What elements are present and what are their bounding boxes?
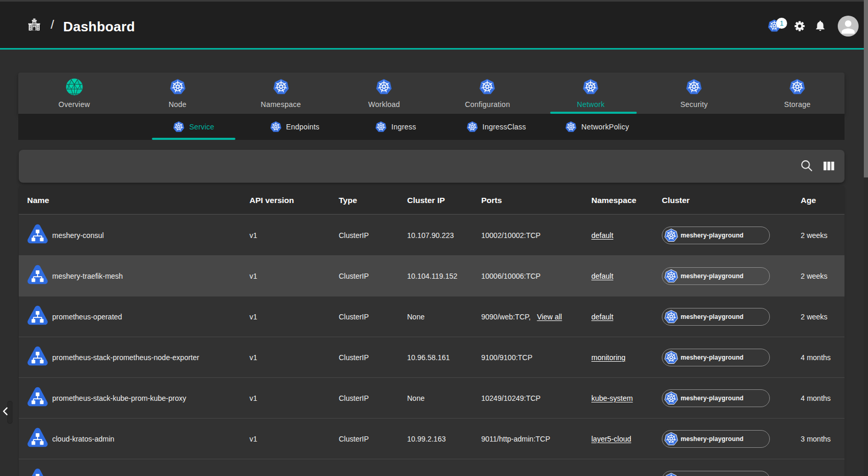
user-avatar[interactable]: [838, 16, 859, 37]
table-row[interactable]: prometheus-stack-kube-prom-kube-proxyv1C…: [19, 378, 845, 419]
search-button[interactable]: [800, 159, 814, 173]
tab-storage[interactable]: Storage: [746, 73, 849, 114]
cell-age: 2 weeks: [801, 256, 827, 296]
namespace-link[interactable]: layer5-cloud: [591, 435, 631, 443]
kubernetes-icon: [789, 79, 805, 95]
subtab-label: Ingress: [391, 123, 416, 131]
cluster-chip[interactable]: meshery-playground: [662, 430, 770, 448]
service-icon: [27, 468, 49, 476]
cell-age: 3 months: [801, 419, 831, 459]
table-row[interactable]: meshery-consulv1ClusterIP10.107.90.22310…: [19, 215, 845, 256]
tab-label: Overview: [58, 100, 90, 109]
cell-type: ClusterIP: [339, 215, 369, 256]
cluster-chip[interactable]: meshery-playground: [662, 267, 770, 285]
service-icon: [27, 468, 49, 476]
cluster-chip-label: meshery-playground: [681, 232, 744, 239]
page-scrollbar-thumb[interactable]: [864, 0, 868, 177]
cell-name: meshery-traefik-mesh: [52, 256, 123, 296]
cell-cluster-ip: 10.107.90.223: [407, 215, 454, 256]
column-header-cluster[interactable]: Cluster: [662, 186, 689, 215]
column-header-api-version[interactable]: API version: [249, 186, 294, 215]
cell-cluster-ip: None: [407, 378, 424, 419]
tab-network[interactable]: Network: [539, 73, 643, 114]
service-icon: [27, 265, 49, 285]
cell-name: cloud-kratos-admin: [52, 419, 114, 459]
tab-workload[interactable]: Workload: [332, 73, 436, 114]
kubernetes-icon: [376, 79, 392, 95]
table-row[interactable]: meshery-traefik-meshv1ClusterIP10.104.11…: [19, 256, 845, 296]
cell-ports: 10002/10002:TCP: [481, 215, 541, 256]
service-icon: [27, 427, 49, 449]
subtab-ingress[interactable]: Ingress: [375, 114, 416, 140]
column-header-cluster-ip[interactable]: Cluster IP: [407, 186, 445, 215]
kubernetes-icon: [664, 473, 678, 476]
kubernetes-icon: [479, 79, 495, 95]
view-columns-button[interactable]: [822, 159, 836, 173]
namespace-link[interactable]: kube-system: [591, 394, 633, 402]
tab-label: Namespace: [261, 100, 301, 109]
kubernetes-icon: [273, 79, 289, 95]
context-count-badge: 1: [776, 18, 787, 29]
column-header-age[interactable]: Age: [801, 186, 816, 215]
organization-logo-button[interactable]: [27, 18, 41, 32]
service-name: prometheus-stack-kube-prom-kube-proxy: [52, 394, 186, 402]
tab-label: Node: [169, 100, 186, 109]
cluster-chip-label: meshery-playground: [681, 395, 744, 402]
cluster-chip[interactable]: meshery-playground: [662, 389, 770, 407]
tab-label: Storage: [784, 100, 811, 109]
tab-security[interactable]: Security: [643, 73, 746, 114]
subtab-ingressclass[interactable]: IngressClass: [466, 114, 526, 140]
table-row[interactable]: cloud-kratos-adminv1ClusterIP10.99.2.163…: [19, 419, 845, 459]
subtab-networkpolicy[interactable]: NetworkPolicy: [565, 114, 629, 140]
cluster-chip[interactable]: meshery-playground: [662, 349, 770, 366]
service-icon: [27, 265, 49, 287]
subtab-service[interactable]: Service: [173, 114, 214, 140]
subtab-endpoints[interactable]: Endpoints: [270, 114, 319, 140]
kubernetes-icon: [664, 310, 678, 324]
table-row[interactable]: prometheus-operatedv1ClusterIPNone9090/w…: [19, 296, 845, 337]
namespace-link[interactable]: default: [591, 231, 613, 240]
gear-icon: [794, 20, 805, 32]
view-all-ports-link[interactable]: View all: [537, 313, 562, 321]
cell-namespace: layer5-cloud: [591, 419, 631, 459]
cell-type: ClusterIP: [339, 256, 369, 296]
tab-label: Network: [577, 100, 604, 109]
tab-node[interactable]: Node: [126, 73, 229, 114]
cell-name: prometheus-operated: [52, 296, 122, 337]
column-header-namespace[interactable]: Namespace: [591, 186, 636, 215]
tab-namespace[interactable]: Namespace: [229, 73, 332, 114]
tab-configuration[interactable]: Configuration: [436, 73, 539, 114]
cell-ports: 9100/9100:TCP: [481, 337, 532, 378]
cluster-chip-label: meshery-playground: [681, 435, 744, 443]
settings-button[interactable]: [794, 20, 805, 32]
namespace-link[interactable]: monitoring: [591, 353, 625, 362]
tab-label: Security: [680, 100, 708, 109]
ports-value: 10006/10006:TCP: [481, 272, 541, 280]
column-header-ports[interactable]: Ports: [481, 186, 502, 215]
cluster-chip[interactable]: meshery-playground: [662, 227, 770, 244]
cell-api-version: v1: [249, 337, 257, 378]
network-subtabs: ServiceEndpointsIngressIngressClassNetwo…: [18, 114, 845, 140]
collapse-sidebar-button[interactable]: [0, 404, 11, 419]
table-row[interactable]: mesherymeshery-playground: [19, 459, 845, 476]
ports-value: 9011/http-admin:TCP: [481, 435, 550, 443]
namespace-link[interactable]: default: [591, 272, 613, 280]
kubernetes-icon: [565, 121, 577, 133]
cluster-chip[interactable]: meshery-playground: [662, 471, 770, 476]
service-name: prometheus-operated: [52, 313, 122, 321]
column-header-name[interactable]: Name: [27, 186, 49, 215]
kubernetes-icon: [582, 79, 599, 95]
namespace-link[interactable]: default: [591, 313, 613, 321]
cell-type: ClusterIP: [339, 296, 369, 337]
cell-namespace: monitoring: [591, 337, 625, 378]
table-row[interactable]: prometheus-stack-prometheus-node-exporte…: [19, 337, 845, 378]
notifications-button[interactable]: [814, 20, 826, 32]
service-icon: [27, 305, 49, 327]
tab-overview[interactable]: Overview: [22, 73, 126, 114]
kubernetes-icon: [664, 269, 678, 283]
cluster-chip[interactable]: meshery-playground: [662, 308, 770, 326]
subtab-label: Endpoints: [286, 123, 319, 131]
service-name: prometheus-stack-prometheus-node-exporte…: [52, 353, 199, 362]
cluster-chip-label: meshery-playground: [681, 354, 744, 361]
column-header-type[interactable]: Type: [339, 186, 357, 215]
